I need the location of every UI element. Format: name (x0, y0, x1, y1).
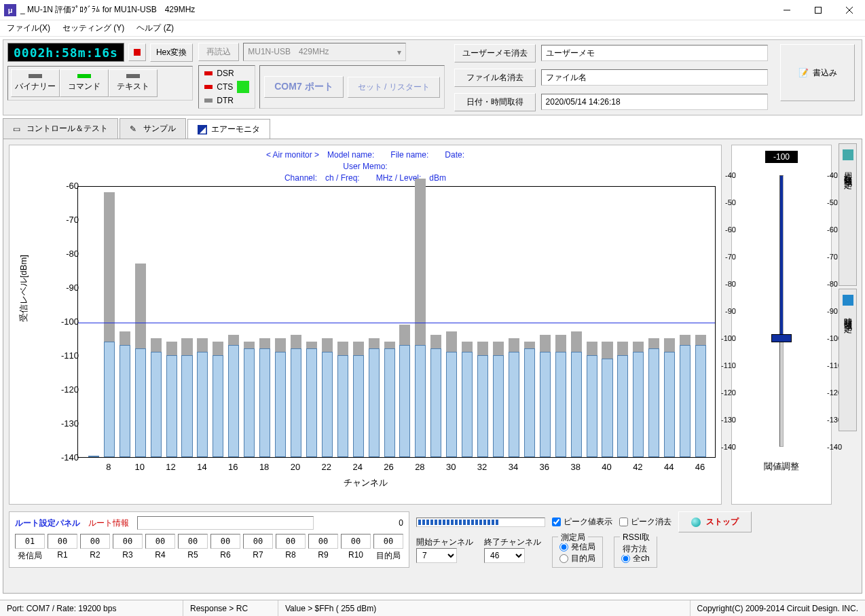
record-icon (134, 49, 141, 56)
mode-text-button[interactable]: テキスト (109, 69, 158, 97)
hex-convert-button[interactable]: Hex変換 (150, 43, 193, 62)
x-tick: 38 (566, 462, 586, 472)
route-cell[interactable]: 00R8 (276, 534, 306, 562)
plot-area (77, 186, 716, 458)
statusbar: Port: COM7 / Rate: 19200 bps Response > … (0, 600, 865, 616)
start-channel-group: 開始チャンネル 7 (416, 537, 473, 563)
end-channel-select[interactable]: 46 (484, 548, 525, 563)
route-cell[interactable]: 00R7 (243, 534, 273, 562)
minimize-button[interactable] (771, 0, 803, 20)
control-row: ピーク値表示 ピーク消去 ストップ 開始チャンネル 7 終了チャンネル 46 測… (416, 511, 832, 568)
chart-bar (587, 185, 597, 457)
tabstrip: ▭コントロール＆テスト ✎サンプル ◢エアーモニタ (0, 118, 865, 139)
status-value: Value > $FFh ( 255 dBm) (278, 600, 691, 616)
chart-bar (306, 185, 317, 457)
x-tick: 14 (191, 462, 212, 472)
route-cell[interactable]: 00R3 (113, 534, 143, 562)
menu-help[interactable]: ヘルプ (Z) (132, 21, 178, 35)
menu-settings[interactable]: セッティング (Y) (58, 21, 128, 35)
status-port: Port: COM7 / Rate: 19200 bps (0, 600, 183, 616)
x-tick: 32 (472, 462, 492, 472)
write-icon: 📝 (798, 68, 809, 77)
start-channel-select[interactable]: 7 (416, 548, 457, 563)
chart-bar (446, 185, 457, 457)
x-tick: 24 (348, 462, 368, 472)
x-tick: 12 (161, 462, 181, 472)
tab-control-test[interactable]: ▭コントロール＆テスト (3, 118, 118, 139)
chart-bar (648, 185, 659, 457)
menu-file[interactable]: ファイル(X) (3, 21, 54, 35)
close-button[interactable] (834, 0, 865, 20)
side-tabstrip: 周波数領域測定 時間領域測定 (839, 143, 863, 434)
station-dest-radio[interactable]: 目的局 (559, 553, 595, 564)
memo-input[interactable] (541, 45, 768, 61)
clear-filename-button[interactable]: ファイル名消去 (454, 69, 536, 87)
y-tick: -130 (61, 418, 79, 429)
maximize-button[interactable] (803, 0, 834, 20)
record-button[interactable] (128, 43, 146, 61)
route-cell[interactable]: 01発信局 (15, 534, 45, 562)
mode-command-button[interactable]: コマンド (60, 69, 109, 97)
chart-bar (369, 185, 380, 457)
route-cell[interactable]: 00R6 (210, 534, 240, 562)
station-group: 測定局 発信局 目的局 (552, 537, 603, 568)
x-tick: 36 (534, 462, 555, 472)
sidetab-frequency[interactable]: 周波数領域測定 (839, 143, 857, 286)
route-cell[interactable]: 00目的局 (373, 534, 403, 562)
chart-bar (509, 185, 519, 457)
chart-bar (151, 185, 162, 457)
mode-binary-button[interactable]: バイナリー (11, 69, 60, 97)
stop-button[interactable]: ストップ (678, 511, 752, 532)
chart-bar (415, 185, 426, 457)
com-port-button[interactable]: COM7 ポート (264, 76, 343, 98)
route-cell[interactable]: 00R1 (48, 534, 77, 562)
chart-bar (602, 185, 612, 457)
set-restart-button[interactable]: セット / リスタート (348, 77, 440, 98)
x-tick: 44 (659, 462, 679, 472)
tab-air-monitor[interactable]: ◢エアーモニタ (187, 119, 270, 139)
y-tick: -60 (66, 181, 79, 191)
get-datetime-button[interactable]: 日付・時間取得 (454, 93, 536, 111)
rssi-group: RSSI取得方法 単ch 全ch (614, 537, 657, 568)
route-info-input[interactable] (137, 516, 314, 530)
progress-bar (416, 518, 545, 527)
datetime-input[interactable] (541, 94, 768, 110)
tab-sample[interactable]: ✎サンプル (119, 118, 186, 139)
route-cell[interactable]: 00R2 (80, 534, 110, 562)
peak-show-checkbox[interactable]: ピーク値表示 (552, 516, 612, 528)
mode-group: バイナリー コマンド テキスト (7, 66, 193, 101)
chart-bar (244, 185, 255, 457)
route-cell[interactable]: 00R9 (308, 534, 338, 562)
route-cell[interactable]: 00R5 (178, 534, 208, 562)
chart-bar (617, 185, 628, 457)
sidetab-time[interactable]: 時間領域測定 (839, 289, 857, 431)
cts-indicator (237, 81, 249, 93)
chart-bar (664, 185, 675, 457)
chart-bar (524, 185, 535, 457)
route-info-label: ルート情報 (88, 518, 129, 529)
y-tick: -100 (61, 316, 79, 327)
chevron-down-icon: ▾ (397, 48, 401, 57)
route-cell[interactable]: 00R4 (145, 534, 175, 562)
chart-bar (88, 185, 99, 457)
x-tick: 26 (379, 462, 399, 472)
cts-led (204, 85, 213, 89)
chart-bar (399, 185, 410, 457)
serial-led-panel: DSR CTS DTR (198, 65, 255, 109)
chart-bar (213, 185, 223, 457)
route-cell[interactable]: 00R10 (341, 534, 371, 562)
peak-clear-checkbox[interactable]: ピーク消去 (619, 516, 671, 528)
chart-header: < Air monitor > Model name: File name: D… (14, 149, 717, 186)
dsr-led (204, 71, 213, 75)
filename-input[interactable] (541, 69, 768, 86)
route-panel: ルート設定パネル ルート情報 0 01発信局00R100R200R300R400… (9, 511, 409, 568)
device-combo[interactable]: MU1N-USB 429MHz▾ (243, 43, 406, 61)
x-tick: 40 (597, 462, 617, 472)
y-tick: -140 (61, 452, 79, 463)
reload-button[interactable]: 再読込 (198, 43, 239, 61)
clear-memo-button[interactable]: ユーザーメモ消去 (454, 44, 536, 62)
chart-bar (259, 185, 270, 457)
threshold-slider[interactable]: -40-40-50-50-60-60-70-70-80-80-90-90-100… (740, 175, 823, 447)
write-button[interactable]: 📝 書込み (780, 44, 855, 101)
chart-bar (353, 185, 364, 457)
